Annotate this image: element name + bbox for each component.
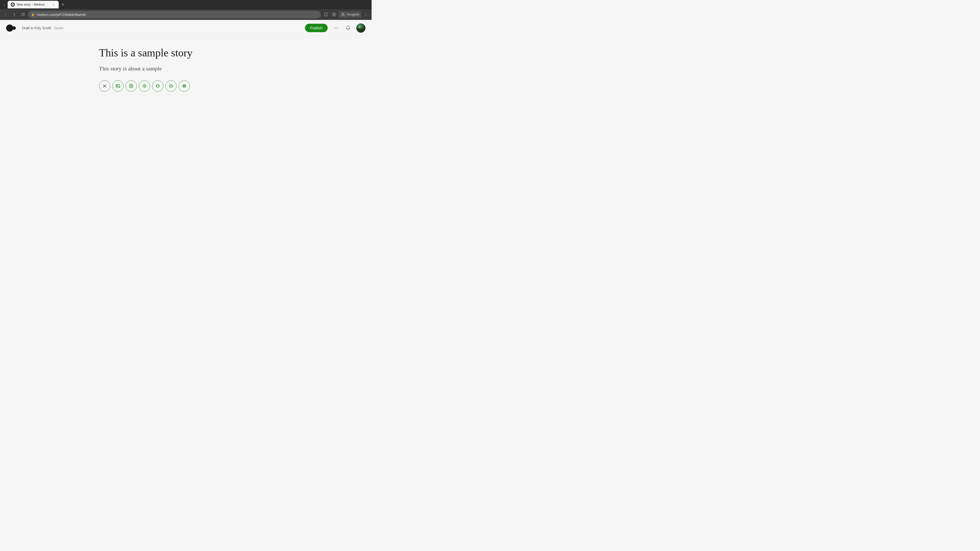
story-subtitle[interactable]: This story is about a sample (99, 64, 272, 73)
saved-badge: Saved (54, 26, 63, 30)
tab-favicon (11, 3, 15, 6)
svg-point-8 (337, 27, 338, 28)
medium-header: Draft in Fely Smith Saved Publish (0, 20, 372, 36)
forward-button[interactable] (11, 11, 18, 18)
more-options-button[interactable] (332, 24, 340, 32)
browser-tab-bar: ⌄ New story – Medium × + (0, 0, 372, 9)
editor-inner: This is a sample story This story is abo… (99, 46, 272, 197)
publish-button[interactable]: Publish (305, 24, 328, 32)
incognito-label: Incognito (347, 13, 360, 16)
toolbar-html-button[interactable] (152, 80, 163, 92)
new-tab-button[interactable]: + (59, 1, 66, 8)
toolbar-embed-button[interactable] (126, 80, 137, 92)
address-bar[interactable]: 🔒 medium.com/p/f7226a5dcfba/edit (28, 11, 321, 18)
reader-view-button[interactable] (331, 11, 338, 18)
logo-small-circle (12, 26, 16, 30)
svg-rect-15 (130, 84, 133, 87)
svg-point-11 (361, 27, 363, 28)
medium-app: Draft in Fely Smith Saved Publish (0, 20, 372, 208)
lock-icon: 🔒 (31, 13, 35, 16)
svg-rect-16 (130, 85, 132, 87)
tab-close-button[interactable]: × (52, 3, 56, 6)
svg-point-10 (359, 26, 360, 28)
story-title[interactable]: This is a sample story (99, 46, 272, 59)
svg-rect-0 (332, 13, 334, 16)
refresh-button[interactable] (19, 11, 27, 18)
editor-content[interactable]: This is a sample story This story is abo… (0, 36, 372, 208)
toolbar-separator-button[interactable] (179, 80, 190, 92)
draft-label: Draft in Fely Smith (22, 26, 51, 30)
svg-point-19 (169, 84, 172, 87)
header-right: Publish (305, 24, 366, 33)
toolbar-code-button[interactable] (165, 80, 177, 92)
svg-point-6 (334, 27, 335, 28)
svg-rect-12 (358, 29, 363, 31)
incognito-badge[interactable]: Incognito (339, 11, 361, 18)
editor-toolbar (99, 80, 272, 92)
user-avatar[interactable] (356, 24, 366, 33)
svg-point-7 (336, 27, 336, 28)
medium-logo[interactable] (6, 24, 16, 32)
tab-group-arrow[interactable]: ⌄ (1, 2, 7, 8)
notification-bell-button[interactable] (344, 24, 352, 32)
browser-menu-button[interactable] (363, 11, 369, 18)
svg-point-17 (143, 84, 146, 87)
logo-circles (6, 24, 16, 32)
svg-rect-1 (334, 13, 336, 16)
svg-point-4 (366, 14, 366, 15)
toolbar-video-button[interactable] (139, 80, 150, 92)
back-button[interactable] (2, 11, 9, 18)
active-tab[interactable]: New story – Medium × (8, 1, 59, 8)
svg-point-9 (356, 24, 366, 33)
draft-info: Draft in Fely Smith Saved (22, 26, 63, 30)
tab-title: New story – Medium (17, 3, 49, 6)
svg-point-5 (366, 16, 366, 16)
nav-right-buttons: Incognito (322, 11, 369, 18)
browser-nav-bar: 🔒 medium.com/p/f7226a5dcfba/edit Incogni… (0, 9, 372, 20)
bookmark-button[interactable] (322, 11, 329, 18)
toolbar-close-button[interactable] (99, 80, 110, 92)
toolbar-image-button[interactable] (112, 80, 124, 92)
svg-point-3 (366, 13, 366, 14)
url-text: medium.com/p/f7226a5dcfba/edit (37, 13, 318, 17)
